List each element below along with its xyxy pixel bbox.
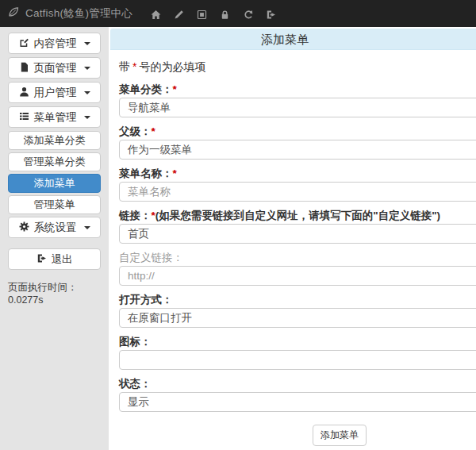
lock-icon[interactable] — [220, 9, 230, 19]
menu-category-select[interactable]: 导航菜单 — [119, 98, 476, 117]
label-text: 打开方式： — [119, 294, 173, 306]
sidebar-item-label: 系统设置 — [34, 221, 77, 235]
list-icon — [19, 111, 29, 124]
chevron-down-icon — [84, 226, 90, 229]
refresh-icon[interactable] — [243, 9, 253, 19]
add-menu-form: 带*号的为必填项 菜单分类：* 导航菜单 父级：* 作为一级菜单 菜单名称：* … — [110, 50, 476, 446]
sidebar-item-label: 菜单管理 — [34, 110, 77, 125]
chevron-down-icon — [84, 42, 90, 45]
panel-heading: 添加菜单 — [110, 29, 476, 50]
chevron-down-icon — [84, 67, 90, 70]
chevron-down-icon — [84, 91, 90, 94]
sidebar-item-users[interactable]: 用户管理 — [8, 82, 101, 103]
catfish-leaf-logo-icon — [7, 6, 20, 21]
top-navbar: Catfish(鲶鱼)管理中心 — [0, 0, 476, 27]
required-fields-note: 带*号的为必填项 — [119, 60, 476, 75]
navbar-icon-group — [144, 9, 282, 19]
icon-label: 图标： — [119, 337, 476, 348]
sidebar-item-label: 内容管理 — [34, 37, 77, 51]
subitem-label: 管理菜单分类 — [24, 155, 86, 169]
open-mode-select[interactable]: 在原窗口打开 — [119, 308, 476, 328]
logout-icon — [36, 253, 47, 266]
add-menu-submit-button[interactable]: 添加菜单 — [313, 425, 367, 446]
link-select[interactable]: 首页 — [119, 224, 476, 244]
user-icon — [19, 87, 29, 99]
status-select[interactable]: 显示 — [119, 392, 476, 412]
sidebar-item-content[interactable]: 内容管理 — [8, 33, 101, 54]
note-prefix: 带 — [119, 60, 130, 73]
required-asterisk: * — [173, 167, 177, 179]
app-title[interactable]: Catfish(鲶鱼)管理中心 — [25, 6, 132, 21]
subitem-label: 添加菜单 — [34, 176, 75, 190]
link-label-note: (如果您需要链接到自定义网址，请填写下面的"自定义链接") — [155, 210, 440, 221]
custom-link-label: 自定义链接： — [119, 252, 476, 263]
file-icon — [19, 62, 29, 75]
subitem-label: 管理菜单 — [34, 198, 75, 212]
sidebar: 内容管理 页面管理 用户管理 — [0, 27, 109, 450]
required-asterisk: * — [152, 125, 155, 137]
sidebar-item-label: 页面管理 — [34, 61, 77, 75]
required-asterisk: * — [173, 83, 177, 95]
sidebar-item-settings[interactable]: 系统设置 — [8, 217, 101, 238]
edit-icon — [19, 37, 29, 50]
submit-row: 添加菜单 — [119, 425, 476, 446]
label-text: 链接： — [119, 210, 152, 221]
status-label: 状态： — [119, 379, 476, 390]
sidebar-item-menus[interactable]: 菜单管理 — [8, 106, 101, 128]
sidebar-item-pages[interactable]: 页面管理 — [8, 57, 101, 79]
gear-icon — [19, 221, 29, 234]
page-exec-time: 页面执行时间：0.0277s — [8, 281, 101, 306]
custom-link-input[interactable] — [119, 266, 476, 286]
chevron-down-icon — [84, 116, 90, 119]
sidebar-subitem-manage-menu[interactable]: 管理菜单 — [8, 195, 101, 214]
menu-name-input[interactable] — [119, 182, 476, 202]
label-text: 菜单分类： — [119, 83, 173, 95]
sidebar-logout-button[interactable]: 退出 — [8, 248, 101, 270]
main-content: 添加菜单 带*号的为必填项 菜单分类：* 导航菜单 父级：* 作为一级菜单 菜单… — [110, 29, 476, 446]
label-text: 状态： — [119, 378, 152, 390]
open-mode-label: 打开方式： — [119, 294, 476, 306]
label-text: 菜单名称： — [119, 167, 173, 179]
label-text: 自定义链接： — [119, 252, 183, 263]
sidebar-subitem-add-menu[interactable]: 添加菜单 — [8, 174, 101, 193]
home-icon[interactable] — [151, 9, 161, 19]
label-text: 父级： — [119, 125, 152, 137]
page: Catfish(鲶鱼)管理中心 — [0, 0, 476, 450]
icon-input[interactable] — [119, 350, 476, 370]
menu-name-label: 菜单名称：* — [119, 168, 476, 179]
pencil-icon[interactable] — [174, 9, 184, 19]
required-asterisk: * — [132, 60, 136, 73]
page-title: 添加菜单 — [110, 29, 459, 50]
journal-icon[interactable] — [197, 9, 207, 19]
sidebar-subitem-manage-menu-category[interactable]: 管理菜单分类 — [8, 152, 101, 171]
link-label: 链接：*(如果您需要链接到自定义网址，请填写下面的"自定义链接") — [119, 210, 476, 221]
parent-select[interactable]: 作为一级菜单 — [119, 140, 476, 160]
label-text: 图标： — [119, 336, 152, 348]
sidebar-subitem-add-menu-category[interactable]: 添加菜单分类 — [8, 131, 101, 150]
subitem-label: 添加菜单分类 — [24, 133, 86, 148]
menu-category-label: 菜单分类：* — [119, 84, 476, 95]
note-suffix: 号的为必填项 — [139, 60, 205, 73]
logout-icon[interactable] — [266, 9, 276, 19]
parent-label: 父级：* — [119, 126, 476, 137]
sidebar-item-label: 用户管理 — [34, 86, 77, 100]
sidebar-item-label: 退出 — [52, 252, 73, 267]
